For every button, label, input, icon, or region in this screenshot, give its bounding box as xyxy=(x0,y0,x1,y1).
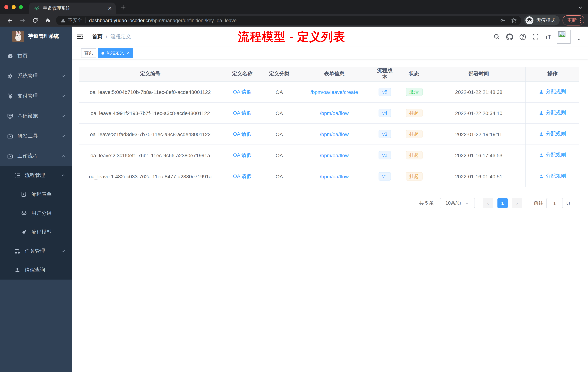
close-window-button[interactable] xyxy=(4,5,8,9)
url-bar[interactable]: 不安全 dashboard.yudao.iocoder.cn/bpm/manag… xyxy=(56,16,521,25)
url-path: /bpm/manager/definition?key=oa_leave xyxy=(151,18,237,23)
sidebar-menu: 首页系统管理支付管理基础设施研发工具工作流程流程管理流程表单用户分组流程模型任务… xyxy=(0,46,72,372)
form-link[interactable]: /bpm/oa/flow xyxy=(320,131,349,137)
sidebar-item-7[interactable]: 流程表单 xyxy=(0,185,72,204)
update-label[interactable]: 更新 xyxy=(567,17,577,24)
status-badge: 挂起 xyxy=(406,109,422,117)
browser-tab[interactable]: 芋道管理系统 ✕ xyxy=(29,2,116,14)
tags-view-bar: 首页流程定义✕ xyxy=(72,47,588,59)
sidebar-item-8[interactable]: 用户分组 xyxy=(0,204,72,223)
form-link[interactable]: /bpm/oa/flow xyxy=(320,110,349,116)
url-host: dashboard.yudao.iocoder.cn xyxy=(89,18,151,23)
tab-title: 芋道管理系统 xyxy=(43,5,108,11)
definition-name-link[interactable]: OA 请假 xyxy=(233,131,252,137)
column-header-6: 部署时间 xyxy=(432,67,526,81)
window-controls[interactable] xyxy=(4,5,23,9)
sidebar-item-5[interactable]: 工作流程 xyxy=(0,146,72,166)
tag-label: 流程定义 xyxy=(106,50,124,56)
security-label[interactable]: 不安全 xyxy=(68,17,82,24)
breadcrumb: 首页 / 流程定义 xyxy=(92,33,131,40)
definition-category: OA xyxy=(276,152,283,158)
bookmark-star-icon[interactable] xyxy=(511,17,517,23)
definition-category: OA xyxy=(276,131,283,137)
back-button[interactable] xyxy=(7,17,13,23)
deploy-time: 2022-01-22 19:19:11 xyxy=(455,131,502,137)
page-size-select[interactable]: 10条/页 xyxy=(440,198,475,208)
update-button[interactable]: 更新 xyxy=(563,15,584,25)
tab-search-chevron-icon[interactable] xyxy=(578,5,583,10)
assign-rule-link[interactable]: 分配规则 xyxy=(539,131,566,137)
chevron-down-icon xyxy=(61,249,65,253)
tag-close-icon[interactable]: ✕ xyxy=(126,51,130,55)
sidebar-toggle-icon[interactable] xyxy=(77,33,83,40)
definition-name-link[interactable]: OA 请假 xyxy=(233,152,252,158)
assign-rule-link[interactable]: 分配规则 xyxy=(539,89,566,95)
definition-name-link[interactable]: OA 请假 xyxy=(233,89,252,94)
password-key-icon[interactable] xyxy=(500,17,506,23)
prev-page-button[interactable]: ‹ xyxy=(483,198,493,208)
avatar-caret-icon[interactable] xyxy=(577,37,581,41)
robot-icon xyxy=(21,210,27,216)
breadcrumb-home[interactable]: 首页 xyxy=(92,33,103,40)
avatar[interactable] xyxy=(557,30,571,44)
next-page-button[interactable]: › xyxy=(512,198,522,208)
assign-rule-link[interactable]: 分配规则 xyxy=(539,173,566,180)
breadcrumb-separator: / xyxy=(106,34,107,40)
definition-id: oa_leave:2:3c1f0ef1-76b1-11ec-9c66-a2380… xyxy=(90,152,210,158)
browser-menu-dots-icon[interactable] xyxy=(580,18,581,23)
security-warning-icon[interactable] xyxy=(60,18,66,23)
definition-name-link[interactable]: OA 请假 xyxy=(233,173,252,179)
assign-user-icon xyxy=(539,174,544,179)
github-icon[interactable] xyxy=(506,33,513,40)
form-icon xyxy=(21,191,27,197)
form-link[interactable]: /bpm/oa/flow xyxy=(320,152,349,158)
monitor-icon xyxy=(7,113,13,119)
sidebar-item-label: 流程表单 xyxy=(31,191,52,198)
definition-id: oa_leave:3:1fad3d93-7b75-11ec-a3c8-acde4… xyxy=(90,131,211,137)
minimize-window-button[interactable] xyxy=(12,5,16,9)
assign-rule-link[interactable]: 分配规则 xyxy=(539,152,566,159)
forward-button[interactable] xyxy=(20,17,26,23)
select-chevron-icon xyxy=(465,201,469,205)
incognito-label: 无痕模式 xyxy=(536,17,555,24)
form-link[interactable]: /bpm/oa/leave/create xyxy=(311,89,358,95)
sidebar-item-3[interactable]: 基础设施 xyxy=(0,106,72,126)
deploy-time: 2022-01-16 17:46:53 xyxy=(455,152,502,158)
sidebar-item-10[interactable]: 任务管理 xyxy=(0,242,72,261)
tag-0[interactable]: 首页 xyxy=(81,48,96,58)
maximize-window-button[interactable] xyxy=(19,5,23,9)
goto-page-input[interactable] xyxy=(546,198,563,208)
tag-1[interactable]: 流程定义✕ xyxy=(98,48,133,58)
send-icon xyxy=(21,229,27,235)
fullscreen-icon[interactable] xyxy=(533,33,539,40)
table-row-0: oa_leave:5:004b710b-7b8a-11ec-8ef0-acde4… xyxy=(79,81,579,102)
search-icon[interactable] xyxy=(494,33,500,40)
current-page-button[interactable]: 1 xyxy=(497,198,508,208)
sidebar-item-4[interactable]: 研发工具 xyxy=(0,126,72,146)
assign-rule-label: 分配规则 xyxy=(546,110,566,116)
sidebar-item-1[interactable]: 系统管理 xyxy=(0,66,72,86)
definition-name-link[interactable]: OA 请假 xyxy=(233,110,252,116)
sidebar-item-label: 流程模型 xyxy=(31,229,52,236)
app-title: 芋道管理系统 xyxy=(28,33,59,40)
favicon-leaf-icon xyxy=(34,5,40,11)
home-button[interactable] xyxy=(45,17,51,23)
new-tab-button[interactable] xyxy=(120,4,126,10)
form-link[interactable]: /bpm/oa/flow xyxy=(320,174,349,179)
toolbox-icon xyxy=(7,133,13,139)
sidebar-item-6[interactable]: 流程管理 xyxy=(0,166,72,185)
incognito-icon xyxy=(525,16,534,24)
chevron-up-icon xyxy=(61,154,65,158)
help-icon[interactable] xyxy=(519,33,526,40)
sidebar-item-2[interactable]: 支付管理 xyxy=(0,86,72,106)
assign-rule-link[interactable]: 分配规则 xyxy=(539,110,566,116)
chevron-down-icon xyxy=(61,114,65,118)
url-text[interactable]: dashboard.yudao.iocoder.cn/bpm/manager/d… xyxy=(89,18,500,23)
sidebar-item-11[interactable]: 请假查询 xyxy=(0,261,72,280)
flow-icon xyxy=(15,248,20,254)
sidebar-item-9[interactable]: 流程模型 xyxy=(0,223,72,242)
sidebar-item-0[interactable]: 首页 xyxy=(0,46,72,66)
tab-close-icon[interactable]: ✕ xyxy=(108,5,112,11)
reload-button[interactable] xyxy=(32,17,38,23)
sidebar-item-label: 流程管理 xyxy=(25,172,45,179)
